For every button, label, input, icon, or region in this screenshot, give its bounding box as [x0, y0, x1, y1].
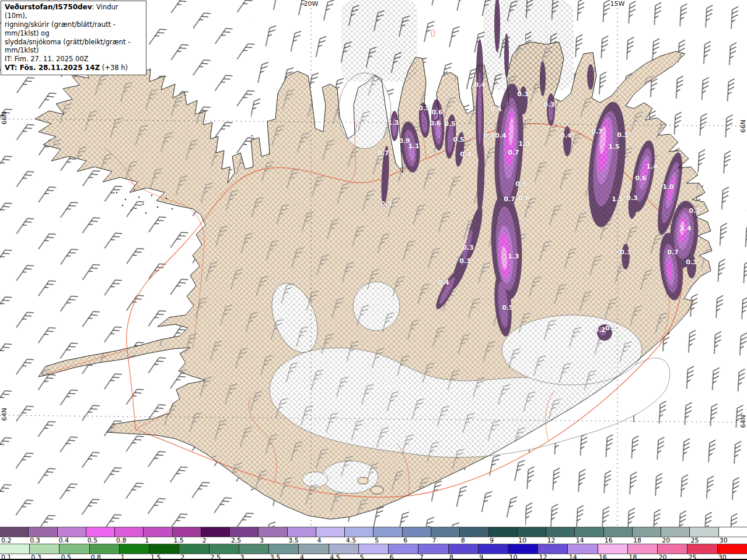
scale-tick-label: 18: [627, 554, 637, 560]
scale-tick-label: 3.5: [269, 554, 281, 560]
latitude-label: 64N: [739, 415, 747, 428]
scale-tick-label: 30: [717, 554, 727, 560]
weather-map: 0.50.60.60.50.50.91.10.40.70.31.30.40.40…: [0, 0, 747, 527]
scale-tick-label: 14: [568, 554, 577, 560]
precip-value-label: 0.3: [689, 207, 700, 215]
scale-tick-label: 9: [488, 537, 494, 544]
scale-tick-label: 16: [598, 554, 607, 560]
scale-tick-label: 0.8: [115, 537, 127, 544]
precip-value-label: 0.4: [495, 132, 507, 139]
scale-tick-label: 6: [389, 554, 394, 560]
sleet-snow-scalebar: 0.20.30.40.50.811.522.533.544.5567891012…: [0, 527, 747, 544]
scale-tick-label: 1.5: [172, 537, 184, 544]
scale-segment: [344, 527, 373, 537]
precip-value-label: 0.3: [462, 244, 474, 251]
scale-tick-label: 5: [374, 537, 379, 544]
precip-value-label: 0.2: [594, 326, 606, 334]
precip-value-label: 0.7: [378, 149, 389, 157]
scale-tick-label: 0.8: [90, 554, 102, 560]
scale-segment: [388, 544, 418, 554]
scale-segment: [627, 544, 657, 554]
precip-value-label: 0.4: [438, 279, 449, 286]
scale-tick-label: 3: [239, 554, 245, 560]
precip-value-label: 0.3: [483, 132, 495, 139]
precip-value-label: 0.7: [667, 249, 679, 256]
precip-value-label: 0.4: [474, 81, 486, 89]
colorbar-panel: 0.20.30.40.50.811.522.533.544.5567891012…: [0, 527, 747, 560]
scale-segment: [143, 527, 172, 537]
title-line-3: slydda/snjókoma (grátt/bleikt/grænt - mm…: [5, 38, 142, 55]
scale-segment: [508, 544, 537, 554]
scale-tick-label: 4.5: [345, 537, 357, 544]
scale-segment: [459, 527, 488, 537]
init-time: IT: Fim. 27. 11. 2025 00Z: [5, 55, 142, 64]
scale-segment: [28, 527, 57, 537]
scale-segment: [201, 527, 229, 537]
scale-segment: [239, 544, 268, 554]
precip-value-label: 0.6: [518, 194, 530, 202]
scale-tick-label: 16: [603, 537, 613, 544]
scale-segment: [689, 527, 718, 537]
scale-segment: [119, 544, 149, 554]
longitude-label: 15W: [610, 0, 625, 8]
scale-segment: [448, 544, 478, 554]
scale-tick-label: 18: [632, 537, 641, 544]
scale-tick-label: 25: [687, 554, 697, 560]
scale-tick-label: 0.5: [86, 537, 98, 544]
scale-tick-label: 10: [508, 554, 517, 560]
scale-tick-label: 6: [402, 537, 407, 544]
precip-value-label: 1.0: [662, 183, 674, 191]
model-name: Veðurstofan/IS750dev: [5, 3, 92, 11]
precip-value-label: 0.4: [560, 132, 572, 139]
scale-segment: [517, 527, 546, 537]
rain-tick-labels: 0.10.30.50.811.522.533.544.5567891012141…: [0, 554, 747, 560]
rain-strip: [0, 544, 747, 554]
scale-tick-label: 1: [144, 537, 149, 544]
scale-segment: [258, 527, 287, 537]
scale-segment: [373, 527, 402, 537]
scale-segment: [86, 527, 114, 537]
scale-tick-label: 14: [575, 537, 584, 544]
precip-value-label: 0.7: [508, 149, 519, 156]
scale-segment: [172, 527, 201, 537]
scale-segment: [488, 527, 517, 537]
scale-tick-label: 8: [460, 537, 465, 544]
scale-segment: [574, 527, 603, 537]
scale-segment: [431, 527, 459, 537]
scale-segment: [537, 544, 567, 554]
scale-tick-label: 0.3: [29, 537, 40, 544]
precip-value-label: 0.4: [460, 150, 472, 158]
scale-segment: [89, 544, 119, 554]
precip-value-label: 0.3: [686, 258, 697, 266]
scale-segment: [59, 544, 89, 554]
scale-tick-label: 12: [538, 554, 547, 560]
valid-time: VT: Fös. 28.11.2025 14Z (+38 h): [5, 64, 142, 72]
title-line-2: rigning/skúrir (grænt/blátt/rautt - mm/1…: [5, 20, 142, 37]
precip-value-label: 1.3: [388, 119, 399, 127]
scale-tick-label: 2.5: [209, 554, 221, 560]
precip-value-label: 1.5: [608, 143, 620, 150]
latitude-label: 64N: [1, 408, 8, 421]
precip-value-label: 0.3: [605, 324, 617, 332]
precip-value-label: 0.5: [444, 120, 456, 128]
scale-tick-label: 2: [201, 537, 207, 544]
scale-tick-label: 4.5: [329, 554, 340, 560]
scale-tick-label: 3.5: [287, 537, 299, 544]
map-canvas: [0, 0, 747, 527]
scale-segment: [114, 527, 143, 537]
scale-tick-label: 0.2: [0, 537, 12, 544]
precip-value-label: 0.6: [430, 120, 441, 127]
scale-tick-label: 5: [358, 554, 364, 560]
scale-segment: [57, 527, 86, 537]
scale-tick-label: 0.5: [60, 554, 71, 560]
precip-value-label: 0.3: [517, 90, 529, 98]
precip-value-label: 0.3: [543, 101, 555, 108]
precip-value-label: 0.7: [504, 195, 515, 203]
scale-segment: [149, 544, 179, 554]
scale-segment: [402, 527, 431, 537]
scale-segment: [29, 544, 59, 554]
scale-tick-label: 0.4: [57, 537, 69, 544]
scale-tick-label: 8: [448, 554, 453, 560]
precip-value-label: 1.4: [680, 225, 692, 232]
precip-value-label: 1.0: [518, 140, 530, 148]
